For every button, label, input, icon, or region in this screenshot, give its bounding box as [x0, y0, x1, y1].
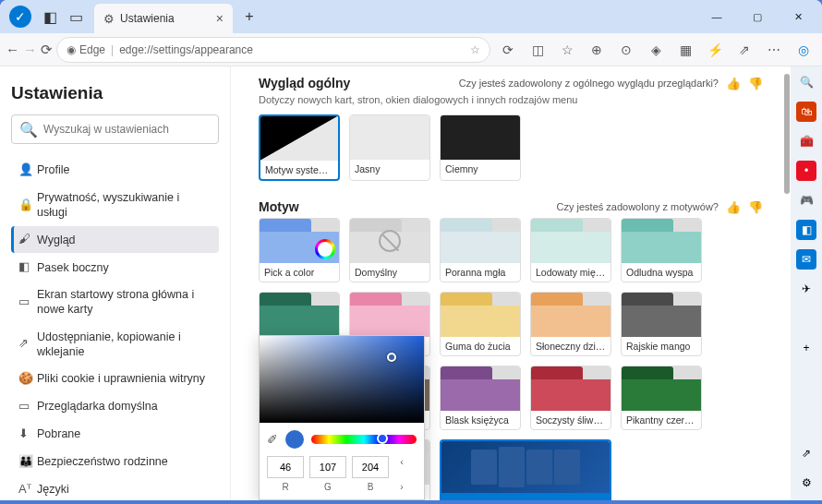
rail-office-icon[interactable]: ◧	[796, 220, 816, 240]
nav-share[interactable]: ⇗Udostępnianie, kopiowanie i wklejanie	[11, 324, 219, 366]
collections-icon[interactable]: ⊕	[583, 36, 610, 64]
appearance-tile-system[interactable]: Motyw systemowy	[259, 114, 340, 181]
ext1-icon[interactable]: ◈	[642, 36, 670, 64]
appearance-tile-light[interactable]: Jasny	[349, 114, 430, 181]
favorite-icon[interactable]: ☆	[470, 43, 480, 56]
rgb-r-input[interactable]	[267, 456, 304, 478]
sync-icon[interactable]: ⟳	[494, 36, 522, 64]
theme-tile[interactable]: Guma do żucia	[440, 292, 521, 356]
maximize-button[interactable]: ▢	[737, 2, 778, 31]
nav-start[interactable]: ▭Ekran startowy strona główna i nowe kar…	[11, 282, 219, 323]
theme-tile[interactable]: Pick a color	[259, 218, 340, 282]
eyedropper-icon[interactable]: ✐	[267, 432, 278, 447]
browser-label: Edge	[79, 43, 105, 56]
feedback-question: Czy jesteś zadowolony z ogólnego wyglądu…	[459, 78, 719, 89]
scrollbar[interactable]	[781, 66, 791, 500]
titlebar: ✓ ◧ ▭ ⚙ Ustawienia × + — ▢ ✕	[0, 0, 822, 33]
tabs-icon[interactable]: ▭	[65, 6, 87, 28]
theme-tile[interactable]: Pikantny czerwony	[621, 366, 702, 430]
nav-default[interactable]: ▭Przeglądarka domyślna	[11, 393, 219, 420]
theme-tile[interactable]: Domyślny	[349, 218, 430, 282]
theme-tile[interactable]: Blask księżyca	[440, 366, 521, 430]
ext2-icon[interactable]: ▦	[671, 36, 699, 64]
thumbs-down-icon[interactable]: 👎	[748, 77, 763, 90]
rail-add-icon[interactable]: +	[796, 338, 816, 358]
rail-settings-icon[interactable]: ⚙	[796, 473, 816, 493]
color-picker-icon[interactable]	[315, 239, 335, 259]
rail-games-icon[interactable]: 🎮	[796, 190, 816, 210]
thumbs-down-icon[interactable]: 👎	[748, 200, 763, 214]
back-button[interactable]: ←	[6, 36, 19, 64]
thumbs-up-icon[interactable]: 👍	[726, 200, 741, 214]
nav-cookies[interactable]: 🍪Pliki cookie i uprawnienia witryny	[11, 366, 219, 392]
browser-tab[interactable]: ⚙ Ustawienia ×	[94, 4, 233, 33]
reload-button[interactable]: ⟳	[41, 36, 53, 64]
theme-tile[interactable]: Poranna mgła	[440, 218, 521, 282]
split-icon[interactable]: ◫	[524, 36, 551, 64]
hue-slider[interactable]	[311, 435, 417, 444]
color-picker-popup: ✐ ‹ RGB›	[259, 335, 425, 500]
current-color-swatch	[285, 430, 304, 449]
forward-button[interactable]: →	[23, 36, 37, 64]
right-rail: 🔍 🛍 🧰 • 🎮 ◧ ✉ ✈ + ⇗ ⚙	[791, 66, 822, 500]
color-gradient[interactable]	[260, 336, 424, 423]
nav-sidebar[interactable]: ◧Pasek boczny	[11, 254, 219, 281]
sidebar-title: Ustawienia	[11, 83, 219, 103]
history-icon[interactable]: ⊙	[612, 36, 640, 64]
app-icon: ✓	[9, 6, 31, 28]
nav-family[interactable]: 👪Bezpieczeństwo rodzinne	[11, 449, 219, 475]
gear-icon: ⚙	[103, 12, 115, 26]
omnibox[interactable]: ◉ Edge | edge://settings/appearance ☆	[56, 37, 490, 63]
rail-app1-icon[interactable]: •	[796, 161, 816, 181]
copilot-icon[interactable]: ◎	[790, 36, 817, 64]
rail-app2-icon[interactable]: ✈	[796, 279, 816, 299]
nav-appearance[interactable]: 🖌Wygląd	[11, 226, 219, 253]
workspaces-icon[interactable]: ◧	[39, 6, 61, 28]
minimize-button[interactable]: —	[696, 2, 737, 31]
tab-title: Ustawienia	[120, 12, 175, 25]
nav-profile[interactable]: 👤Profile	[11, 157, 219, 184]
rgb-g-input[interactable]	[309, 456, 346, 478]
theme-tile[interactable]: Soczysty śliwkowy	[530, 366, 611, 430]
section-theme-title: Motyw	[259, 199, 299, 214]
theme-tile[interactable]: Rajskie mango	[621, 292, 702, 356]
url-text: edge://settings/appearance	[119, 43, 253, 56]
rail-shop-icon[interactable]: 🛍	[796, 102, 816, 122]
new-tab-button[interactable]: +	[236, 4, 262, 30]
nav-privacy[interactable]: 🔒Prywatność, wyszukiwanie i usługi	[11, 185, 219, 226]
theme-tile[interactable]: Odludna wyspa	[621, 218, 702, 282]
thumbs-up-icon[interactable]: 👍	[726, 77, 741, 90]
settings-main: Wygląd ogólny Czy jesteś zadowolony z og…	[231, 66, 791, 500]
edge-icon: ◉	[66, 43, 76, 56]
settings-search[interactable]: 🔍	[11, 114, 219, 144]
performance-icon[interactable]: ⚡	[701, 36, 729, 64]
favorites-icon[interactable]: ☆	[553, 36, 581, 64]
rail-tools-icon[interactable]: 🧰	[796, 131, 816, 151]
feedback-question-theme: Czy jesteś zadowolony z motywów?	[557, 201, 719, 212]
close-window-button[interactable]: ✕	[778, 2, 818, 31]
rail-popout-icon[interactable]: ⇗	[796, 443, 816, 463]
search-icon: 🔍	[19, 121, 38, 138]
discover-themes-tile[interactable]: Odkryj więcej motywów ↗	[440, 439, 611, 500]
theme-tile[interactable]: Lodowaty miętowy	[530, 218, 611, 282]
rail-search-icon[interactable]: 🔍	[796, 72, 816, 92]
rgb-b-input[interactable]	[352, 456, 389, 478]
settings-sidebar: Ustawienia 🔍 👤Profile 🔒Prywatność, wyszu…	[0, 66, 231, 500]
nav-downloads[interactable]: ⬇Pobrane	[11, 421, 219, 448]
share-icon[interactable]: ⇗	[731, 36, 758, 64]
address-bar: ← → ⟳ ◉ Edge | edge://settings/appearanc…	[0, 33, 822, 66]
close-tab-icon[interactable]: ×	[216, 11, 224, 26]
rail-outlook-icon[interactable]: ✉	[796, 249, 816, 270]
appearance-tile-dark[interactable]: Ciemny	[440, 114, 521, 181]
nav-languages[interactable]: AᵀJęzyki	[11, 476, 219, 500]
menu-icon[interactable]: ⋯	[760, 36, 788, 64]
section-overall-title: Wygląd ogólny	[259, 76, 350, 90]
theme-tile[interactable]: Słoneczny dzień	[530, 292, 611, 356]
search-input[interactable]	[43, 123, 211, 136]
section-overall-sub: Dotyczy nowych kart, stron, okien dialog…	[259, 94, 763, 105]
